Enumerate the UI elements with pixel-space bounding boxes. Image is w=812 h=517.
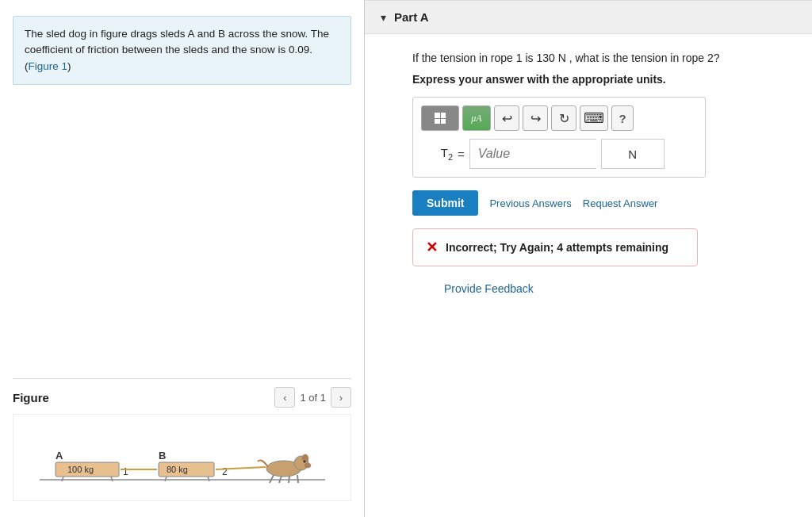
svg-line-19 — [279, 476, 282, 483]
input-row: T2 = N — [421, 139, 697, 169]
grid-icon — [435, 113, 446, 124]
figure-image-area: A 100 kg 1 B 80 kg 2 — [13, 414, 351, 501]
toolbar: μA ↩ ↪ ↻ ⌨ ? — [421, 105, 697, 131]
redo-button[interactable]: ↪ — [523, 105, 548, 131]
input-subscript: 2 — [448, 152, 453, 162]
figure-header: Figure ‹ 1 of 1 › — [13, 387, 351, 408]
error-text: Incorrect; Try Again; 4 attempts remaini… — [446, 241, 668, 254]
svg-text:80 kg: 80 kg — [167, 465, 188, 474]
problem-text-box: The sled dog in figure drags sleds A and… — [13, 16, 351, 85]
problem-text: The sled dog in figure drags sleds A and… — [25, 28, 329, 56]
svg-line-9 — [208, 477, 209, 481]
answer-container: μA ↩ ↪ ↻ ⌨ ? T2 = N — [412, 97, 706, 178]
figure-nav: ‹ 1 of 1 › — [274, 387, 351, 408]
action-row: Submit Previous Answers Request Answer — [412, 190, 780, 216]
left-panel: The sled dog in figure drags sleds A and… — [0, 0, 365, 517]
svg-point-23 — [303, 461, 305, 463]
part-toggle[interactable]: ▾ — [381, 11, 386, 24]
part-title: Part A — [394, 10, 429, 24]
equals-sign: = — [458, 147, 465, 161]
request-answer-link[interactable]: Request Answer — [583, 197, 658, 209]
right-panel: ▾ Part A If the tension in rope 1 is 130… — [365, 0, 812, 517]
undo-button[interactable]: ↩ — [494, 105, 519, 131]
figure-svg: A 100 kg 1 B 80 kg 2 — [32, 418, 333, 497]
figure-next-button[interactable]: › — [331, 387, 351, 408]
svg-line-20 — [289, 476, 289, 483]
submit-button[interactable]: Submit — [412, 190, 478, 216]
unit-box: N — [601, 139, 665, 169]
question-text: If the tension in rope 1 is 130 N , what… — [412, 50, 780, 67]
input-label: T2 — [421, 146, 453, 162]
previous-answers-link[interactable]: Previous Answers — [489, 197, 571, 209]
express-text: Express your answer with the appropriate… — [412, 73, 780, 86]
unit-analysis-button[interactable]: μA — [462, 105, 491, 131]
error-icon: ✕ — [426, 239, 438, 256]
help-button[interactable]: ? — [611, 105, 634, 131]
layout-button[interactable] — [421, 105, 459, 131]
svg-text:A: A — [56, 450, 63, 461]
svg-line-21 — [297, 475, 298, 483]
svg-text:100 kg: 100 kg — [67, 465, 94, 474]
refresh-button[interactable]: ↻ — [551, 105, 576, 131]
svg-text:B: B — [159, 450, 166, 461]
figure-counter: 1 of 1 — [300, 392, 326, 404]
feedback-link[interactable]: Provide Feedback — [444, 282, 534, 295]
part-header: ▾ Part A — [365, 1, 812, 34]
svg-line-8 — [165, 477, 167, 481]
svg-point-22 — [304, 463, 311, 468]
error-box: ✕ Incorrect; Try Again; 4 attempts remai… — [412, 228, 698, 266]
figure-prev-button[interactable]: ‹ — [274, 387, 295, 408]
svg-text:2: 2 — [222, 466, 228, 477]
svg-text:1: 1 — [123, 466, 128, 477]
svg-line-3 — [111, 477, 113, 481]
figure-title: Figure — [13, 391, 49, 404]
svg-line-2 — [62, 477, 63, 481]
figure-section: Figure ‹ 1 of 1 › A 100 kg — [13, 378, 351, 501]
svg-line-18 — [270, 475, 274, 483]
figure-link[interactable]: Figure 1 — [29, 60, 68, 72]
keyboard-button[interactable]: ⌨ — [580, 105, 608, 131]
part-content: If the tension in rope 1 is 130 N , what… — [365, 34, 812, 311]
value-input[interactable] — [469, 139, 596, 169]
